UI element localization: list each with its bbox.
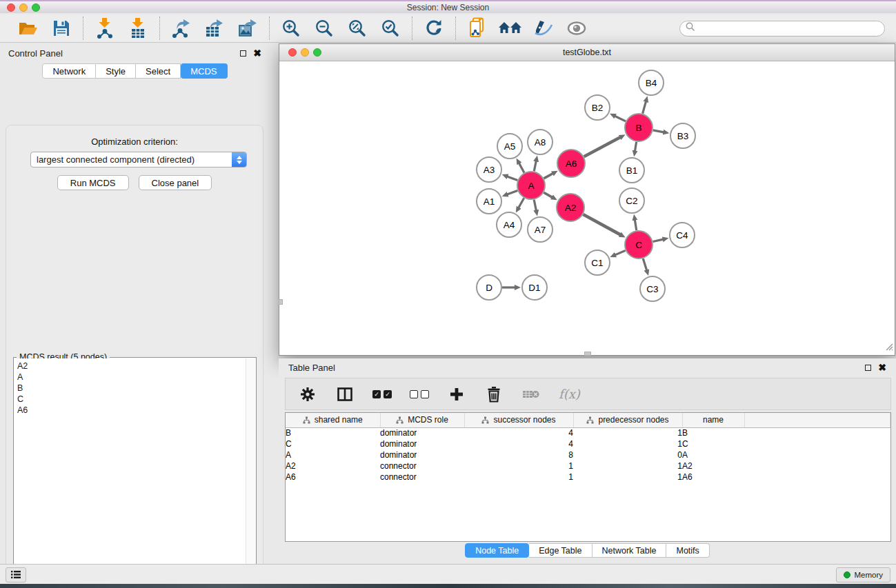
network-canvas[interactable]: AA1A2A3A4A5A6A7A8BB1B2B3B4CC1C2C3C4DD1 <box>279 61 895 355</box>
cell-shared_name[interactable]: A6 <box>286 472 380 483</box>
minimize-window-icon[interactable] <box>19 3 28 12</box>
save-session-button[interactable] <box>50 17 73 40</box>
mcds-result-item[interactable]: A <box>17 372 243 383</box>
task-history-button[interactable] <box>6 567 26 582</box>
node-table[interactable]: shared nameMCDS rolesuccessor nodesprede… <box>285 412 891 542</box>
cell-name[interactable]: C <box>682 438 744 449</box>
cell-mcds_role[interactable]: connector <box>380 472 464 483</box>
graph-edge-B-B2[interactable] <box>615 116 626 121</box>
mcds-result-item[interactable]: A6 <box>17 405 243 416</box>
float-table-panel-icon[interactable] <box>865 365 871 371</box>
graph-edge-B-B1[interactable] <box>635 142 636 152</box>
refresh-button[interactable] <box>422 17 446 40</box>
graph-edge-C-C1[interactable] <box>615 250 626 255</box>
criterion-select[interactable]: largest connected component (directed) <box>30 152 247 168</box>
graph-edge-C-C4[interactable] <box>653 239 663 241</box>
network-from-file-button[interactable] <box>466 17 489 40</box>
cell-shared_name[interactable]: A <box>286 449 380 460</box>
cell-successor_nodes[interactable]: 8 <box>464 449 573 460</box>
resize-grip-icon[interactable] <box>884 341 893 354</box>
cell-successor_nodes[interactable]: 4 <box>464 427 573 438</box>
minimize-network-window-icon[interactable] <box>301 48 309 57</box>
tab-node-table[interactable]: Node Table <box>465 543 529 558</box>
tab-mcds[interactable]: MCDS <box>181 63 227 79</box>
cell-mcds_role[interactable]: dominator <box>380 438 464 449</box>
cell-mcds_role[interactable]: connector <box>380 460 464 472</box>
graph-edge-C-C2[interactable] <box>635 220 636 231</box>
bottom-edge-grip[interactable] <box>584 352 591 356</box>
graph-edge-B-B3[interactable] <box>653 130 664 132</box>
delete-column-button[interactable] <box>484 385 504 404</box>
tab-motifs[interactable]: Motifs <box>666 543 709 558</box>
export-image-button[interactable] <box>236 17 259 40</box>
tab-edge-table[interactable]: Edge Table <box>529 543 592 558</box>
cell-shared_name[interactable]: A2 <box>286 460 380 472</box>
column-header-mcds-role[interactable]: MCDS role <box>380 413 464 427</box>
cell-predecessor_nodes[interactable]: 1 <box>573 472 682 483</box>
mcds-list-scrollbar[interactable] <box>246 358 255 588</box>
tab-select[interactable]: Select <box>136 63 181 79</box>
left-edge-grip[interactable] <box>279 299 283 305</box>
export-network-button[interactable] <box>170 17 193 40</box>
open-file-button[interactable] <box>17 17 40 40</box>
cell-predecessor_nodes[interactable]: 1 <box>573 427 682 438</box>
cell-predecessor_nodes[interactable]: 0 <box>573 449 682 460</box>
select-all-columns-button[interactable]: ✓ ✓ <box>372 390 392 398</box>
graph-edge-A-A5[interactable] <box>519 163 524 173</box>
delete-table-button[interactable] <box>521 385 541 404</box>
graph-edge-A6-B[interactable] <box>584 137 621 156</box>
cell-successor_nodes[interactable]: 1 <box>464 460 573 472</box>
graph-edge-B-B4[interactable] <box>643 101 646 114</box>
zoom-out-button[interactable] <box>312 17 336 40</box>
mcds-result-list[interactable]: A2ABCA6 <box>14 358 246 588</box>
column-header-predecessor-nodes[interactable]: predecessor nodes <box>573 413 682 427</box>
table-row[interactable]: Bdominator41B <box>286 427 890 438</box>
function-builder-button[interactable]: f(x) <box>559 387 580 401</box>
close-panel-button[interactable]: Close panel <box>139 175 212 190</box>
show-details-eye-button[interactable] <box>565 17 588 40</box>
mcds-result-item[interactable]: B <box>17 383 243 394</box>
cell-successor_nodes[interactable]: 1 <box>464 472 573 483</box>
tab-network[interactable]: Network <box>42 63 96 79</box>
import-network-button[interactable] <box>93 17 117 40</box>
deselect-all-columns-button[interactable] <box>410 390 429 398</box>
table-row[interactable]: A6connector11A6 <box>286 472 890 483</box>
mcds-result-item[interactable]: C <box>17 394 243 405</box>
cell-name[interactable]: A2 <box>682 460 744 472</box>
table-row[interactable]: A2connector11A2 <box>286 460 890 472</box>
split-columns-button[interactable] <box>335 385 355 404</box>
graph-edge-A-A7[interactable] <box>534 200 536 211</box>
cell-shared_name[interactable]: C <box>286 438 380 449</box>
hide-graphics-details-button[interactable] <box>532 17 555 40</box>
float-panel-icon[interactable] <box>240 50 246 57</box>
graph-edge-C-C3[interactable] <box>643 258 646 270</box>
cell-name[interactable]: B <box>682 427 744 438</box>
column-header-shared-name[interactable]: shared name <box>286 413 380 427</box>
graph-edge-A-A1[interactable] <box>507 190 517 194</box>
table-row[interactable]: Adominator80A <box>286 449 890 460</box>
home-button[interactable] <box>499 17 522 40</box>
cell-predecessor_nodes[interactable]: 1 <box>573 438 682 449</box>
export-table-button[interactable] <box>203 17 226 40</box>
close-window-icon[interactable] <box>7 3 15 12</box>
column-header-name[interactable]: name <box>682 413 744 427</box>
cell-mcds_role[interactable]: dominator <box>380 449 464 460</box>
cell-mcds_role[interactable]: dominator <box>380 427 464 438</box>
cell-name[interactable]: A <box>682 449 744 460</box>
memory-button[interactable]: Memory <box>836 567 890 582</box>
graph-edge-A-A8[interactable] <box>534 161 536 171</box>
close-table-panel-icon[interactable]: ✖ <box>878 364 886 371</box>
maximize-network-window-icon[interactable] <box>313 48 321 57</box>
tab-style[interactable]: Style <box>96 63 136 79</box>
graph-edge-A-A4[interactable] <box>519 198 524 207</box>
zoom-fit-button[interactable] <box>346 17 369 40</box>
table-row[interactable]: Cdominator41C <box>286 438 890 449</box>
graph-edge-A-A6[interactable] <box>544 173 552 178</box>
graph-edge-A-A2[interactable] <box>544 192 552 197</box>
maximize-window-icon[interactable] <box>32 3 40 12</box>
search-input[interactable] <box>699 23 879 33</box>
cell-predecessor_nodes[interactable]: 1 <box>573 460 682 472</box>
tab-network-table[interactable]: Network Table <box>593 543 667 558</box>
import-table-button[interactable] <box>126 17 150 40</box>
search-field[interactable] <box>679 21 885 37</box>
